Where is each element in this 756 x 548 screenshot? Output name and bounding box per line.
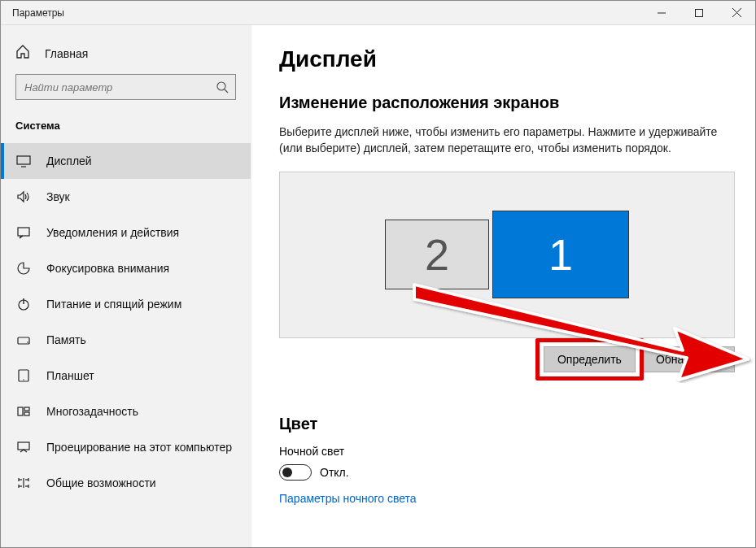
page-title: Дисплей [279, 46, 755, 72]
home-label: Главная [45, 47, 88, 60]
svg-rect-11 [18, 337, 29, 344]
sidebar-item-notifications[interactable]: Уведомления и действия [1, 215, 251, 250]
svg-rect-6 [17, 156, 30, 164]
svg-rect-17 [24, 412, 29, 415]
sidebar-item-sound[interactable]: Звук [1, 179, 251, 215]
sidebar-item-label: Многозадачность [46, 405, 138, 418]
multitasking-icon [15, 404, 32, 419]
tablet-icon [15, 368, 32, 383]
toggle-knob [282, 468, 292, 477]
color-section-title: Цвет [279, 415, 755, 433]
display-button-row: Определить Обнаружить [279, 346, 735, 372]
sidebar-item-display[interactable]: Дисплей [1, 143, 251, 179]
sidebar-item-projecting[interactable]: Проецирование на этот компьютер [1, 429, 251, 465]
svg-rect-1 [696, 9, 703, 16]
display-arrangement-area[interactable]: 2 1 [279, 172, 735, 338]
svg-rect-8 [18, 228, 29, 236]
settings-window: Параметры Главная [0, 0, 756, 548]
detect-button[interactable]: Обнаружить [642, 346, 735, 372]
window-body: Главная Система Дисплей Звук [1, 25, 755, 547]
sidebar-item-label: Питание и спящий режим [46, 298, 181, 311]
sidebar: Главная Система Дисплей Звук [1, 25, 251, 547]
home-link[interactable]: Главная [1, 37, 251, 74]
svg-line-5 [225, 89, 228, 93]
sidebar-item-label: Звук [46, 190, 70, 203]
sidebar-item-shared[interactable]: Общие возможности [1, 465, 251, 501]
svg-point-4 [217, 82, 225, 90]
home-icon [15, 45, 30, 63]
section-heading: Изменение расположения экранов [279, 94, 755, 112]
focus-icon [15, 261, 32, 276]
search-icon [216, 80, 229, 94]
sidebar-item-label: Проецирование на этот компьютер [46, 441, 232, 454]
search-wrap [15, 74, 236, 100]
projecting-icon [15, 440, 32, 454]
sidebar-item-label: Общие возможности [46, 476, 156, 489]
search-input[interactable] [15, 74, 236, 100]
svg-point-12 [27, 341, 28, 343]
sidebar-item-label: Дисплей [46, 154, 92, 167]
sidebar-section-title: Система [1, 113, 251, 143]
sidebar-item-label: Уведомления и действия [46, 226, 179, 239]
shared-icon [15, 476, 32, 490]
identify-button[interactable]: Определить [544, 346, 636, 372]
sidebar-item-tablet[interactable]: Планшет [1, 358, 251, 394]
minimize-button[interactable] [643, 1, 680, 25]
svg-rect-15 [18, 407, 23, 415]
display-icon [15, 154, 32, 168]
close-button[interactable] [718, 1, 755, 25]
night-light-settings-link[interactable]: Параметры ночного света [279, 492, 755, 505]
sidebar-item-label: Память [46, 333, 86, 346]
section-description: Выберите дисплей ниже, чтобы изменить ег… [279, 124, 735, 157]
sidebar-item-power[interactable]: Питание и спящий режим [1, 286, 251, 322]
sidebar-item-multitasking[interactable]: Многозадачность [1, 394, 251, 429]
sound-icon [15, 189, 32, 204]
svg-point-14 [23, 379, 24, 380]
titlebar: Параметры [1, 1, 755, 25]
power-icon [15, 297, 32, 311]
storage-icon [15, 333, 32, 347]
identify-button-wrap: Определить [544, 346, 636, 372]
night-light-label: Ночной свет [279, 445, 755, 458]
toggle-state-label: Откл. [320, 466, 349, 479]
sidebar-item-label: Планшет [46, 369, 94, 382]
search-field[interactable] [24, 81, 216, 94]
monitor-1[interactable]: 1 [492, 211, 629, 298]
night-light-toggle-row: Откл. [279, 464, 755, 481]
main-content: Дисплей Изменение расположения экранов В… [251, 25, 755, 547]
window-title: Параметры [1, 7, 643, 19]
svg-rect-16 [24, 407, 29, 411]
maximize-button[interactable] [680, 1, 718, 25]
sidebar-item-storage[interactable]: Память [1, 322, 251, 358]
svg-rect-18 [18, 442, 29, 450]
notifications-icon [15, 225, 32, 240]
sidebar-item-focus[interactable]: Фокусировка внимания [1, 250, 251, 286]
night-light-toggle[interactable] [279, 464, 312, 481]
monitor-2[interactable]: 2 [385, 220, 489, 289]
sidebar-item-label: Фокусировка внимания [46, 262, 169, 275]
